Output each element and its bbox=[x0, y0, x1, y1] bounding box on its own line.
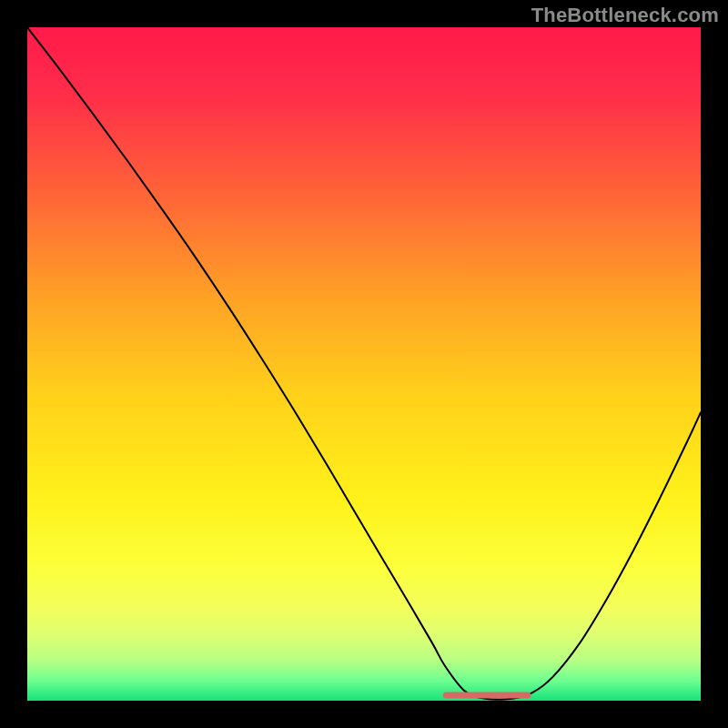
watermark-text: TheBottleneck.com bbox=[531, 4, 719, 27]
svg-rect-0 bbox=[27, 27, 701, 701]
plot-area bbox=[27, 27, 701, 701]
chart-frame: TheBottleneck.com bbox=[0, 0, 728, 728]
background-gradient bbox=[27, 27, 701, 701]
